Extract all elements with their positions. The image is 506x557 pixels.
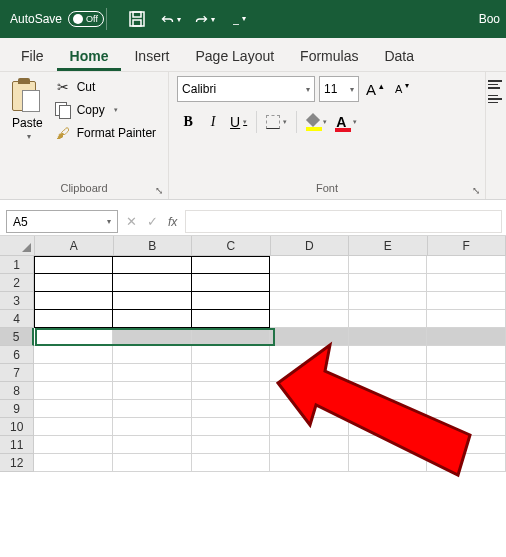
row-header-5[interactable]: 5 (0, 328, 34, 346)
column-header-e[interactable]: E (349, 236, 428, 256)
cell-F3[interactable] (427, 292, 506, 310)
increase-font-button[interactable]: A▴ (363, 79, 390, 100)
cell-D9[interactable] (270, 400, 349, 418)
cell-F10[interactable] (427, 418, 506, 436)
row-header-8[interactable]: 8 (0, 382, 34, 400)
cell-D4[interactable] (270, 310, 349, 328)
font-size-select[interactable]: 11 ▾ (319, 76, 359, 102)
cell-D7[interactable] (270, 364, 349, 382)
cell-F12[interactable] (427, 454, 506, 472)
cell-A8[interactable] (34, 382, 113, 400)
cell-E12[interactable] (349, 454, 428, 472)
cell-B11[interactable] (113, 436, 192, 454)
row-header-12[interactable]: 12 (0, 454, 34, 472)
cell-E11[interactable] (349, 436, 428, 454)
cut-button[interactable]: ✂ Cut (51, 76, 160, 98)
cell-B9[interactable] (113, 400, 192, 418)
cell-C4[interactable] (192, 310, 271, 328)
cell-A10[interactable] (34, 418, 113, 436)
cell-A4[interactable] (34, 310, 113, 328)
cell-C9[interactable] (192, 400, 271, 418)
row-header-9[interactable]: 9 (0, 400, 34, 418)
row-header-6[interactable]: 6 (0, 346, 34, 364)
cell-D2[interactable] (270, 274, 349, 292)
cell-A3[interactable] (34, 292, 113, 310)
cell-E8[interactable] (349, 382, 428, 400)
column-header-a[interactable]: A (35, 236, 114, 256)
cell-A2[interactable] (34, 274, 113, 292)
cell-F5[interactable] (427, 328, 506, 346)
decrease-font-button[interactable]: A▾ (392, 79, 415, 100)
cell-E7[interactable] (349, 364, 428, 382)
row-header-2[interactable]: 2 (0, 274, 34, 292)
cell-C10[interactable] (192, 418, 271, 436)
cell-E9[interactable] (349, 400, 428, 418)
cell-F7[interactable] (427, 364, 506, 382)
cell-D10[interactable] (270, 418, 349, 436)
cell-F4[interactable] (427, 310, 506, 328)
cell-C12[interactable] (192, 454, 271, 472)
row-header-3[interactable]: 3 (0, 292, 34, 310)
cell-A7[interactable] (34, 364, 113, 382)
cell-D3[interactable] (270, 292, 349, 310)
row-header-1[interactable]: 1 (0, 256, 34, 274)
customize-qat-icon[interactable]: ⎯▾ (229, 9, 249, 29)
tab-page-layout[interactable]: Page Layout (182, 40, 287, 71)
row-header-7[interactable]: 7 (0, 364, 34, 382)
cell-D5[interactable] (270, 328, 349, 346)
cell-F8[interactable] (427, 382, 506, 400)
cell-E2[interactable] (349, 274, 428, 292)
cell-A6[interactable] (34, 346, 113, 364)
cell-E3[interactable] (349, 292, 428, 310)
copy-button[interactable]: Copy ▾ (51, 99, 160, 121)
border-button[interactable]: ▾ (263, 110, 290, 134)
cell-E6[interactable] (349, 346, 428, 364)
cell-C1[interactable] (192, 256, 271, 274)
cell-E5[interactable] (349, 328, 428, 346)
cell-D11[interactable] (270, 436, 349, 454)
font-color-button[interactable]: A▾ (333, 110, 360, 134)
cell-A11[interactable] (34, 436, 113, 454)
cell-D12[interactable] (270, 454, 349, 472)
cell-D6[interactable] (270, 346, 349, 364)
cell-B1[interactable] (113, 256, 192, 274)
row-header-4[interactable]: 4 (0, 310, 34, 328)
cell-B7[interactable] (113, 364, 192, 382)
cell-C8[interactable] (192, 382, 271, 400)
name-box[interactable]: A5 ▾ (6, 210, 118, 233)
tab-data[interactable]: Data (371, 40, 427, 71)
cell-B4[interactable] (113, 310, 192, 328)
save-icon[interactable] (127, 9, 147, 29)
cell-A5[interactable] (34, 328, 113, 346)
font-dialog-launcher[interactable]: ⤡ (470, 184, 482, 196)
fx-label[interactable]: fx (168, 215, 177, 229)
autosave-toggle[interactable]: Off (68, 11, 104, 27)
redo-button[interactable]: ▾ (195, 9, 215, 29)
cell-A9[interactable] (34, 400, 113, 418)
cell-A12[interactable] (34, 454, 113, 472)
cell-C5[interactable] (192, 328, 271, 346)
cell-E1[interactable] (349, 256, 428, 274)
align-top-button[interactable] (488, 80, 502, 89)
cell-C11[interactable] (192, 436, 271, 454)
column-header-f[interactable]: F (428, 236, 507, 256)
select-all-button[interactable] (0, 236, 35, 256)
fill-color-button[interactable]: ▾ (303, 110, 330, 134)
italic-button[interactable]: I (202, 110, 224, 134)
cell-C2[interactable] (192, 274, 271, 292)
cell-F2[interactable] (427, 274, 506, 292)
column-header-d[interactable]: D (271, 236, 350, 256)
format-painter-button[interactable]: 🖌 Format Painter (51, 122, 160, 144)
clipboard-dialog-launcher[interactable]: ⤡ (153, 184, 165, 196)
cell-F6[interactable] (427, 346, 506, 364)
align-middle-button[interactable] (488, 95, 502, 104)
cell-E4[interactable] (349, 310, 428, 328)
cell-F1[interactable] (427, 256, 506, 274)
underline-button[interactable]: U▾ (227, 110, 250, 134)
cell-C3[interactable] (192, 292, 271, 310)
cell-C6[interactable] (192, 346, 271, 364)
cell-D1[interactable] (270, 256, 349, 274)
cell-B2[interactable] (113, 274, 192, 292)
bold-button[interactable]: B (177, 110, 199, 134)
row-header-10[interactable]: 10 (0, 418, 34, 436)
